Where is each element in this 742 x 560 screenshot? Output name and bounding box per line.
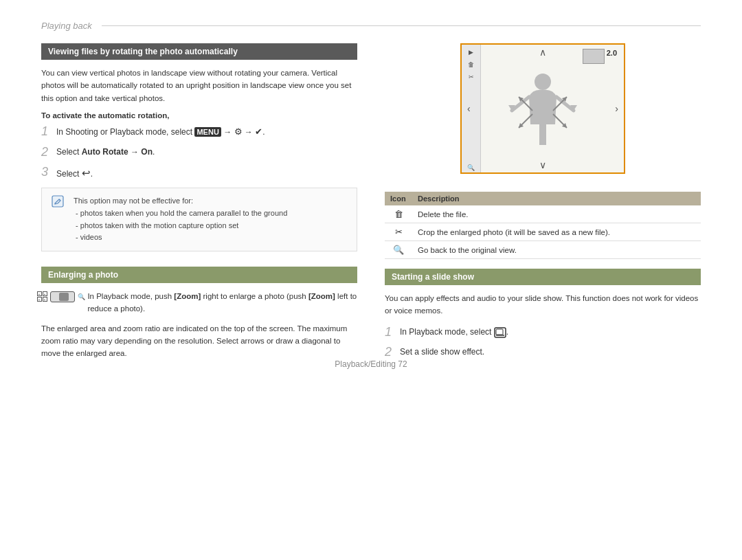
footer-text: Playback/Editing 72 [335, 359, 407, 369]
grid-icon-3: ▪ [37, 297, 42, 302]
slideshow-step-num-2: 2 [385, 344, 400, 360]
section-viewing-body: You can view vertical photos in landscap… [41, 67, 357, 104]
step-num-3: 3 [41, 164, 56, 180]
desc-crop: Crop the enlarged photo (it will be save… [412, 223, 701, 241]
cam-icon-trash: 🗑 [466, 60, 475, 69]
left-column: Viewing files by rotating the photo auto… [41, 43, 357, 368]
cam-thumbnail [583, 49, 605, 64]
enlarge-instruction-row: ▪ ▪ ▪ ▪ 🔍 In Playback mode [41, 290, 357, 315]
note-icon [52, 195, 67, 211]
right-column: ▶ 🗑 ✂ 🔍 ∧ ∨ ‹ › X 2.0 [385, 43, 701, 368]
person-silhouette-svg [508, 69, 577, 152]
cam-arrow-up: ∧ [539, 47, 546, 58]
slideshow-steps: 1 In Playback mode, select . 2 Set [385, 324, 701, 361]
section-enlarging-header: Enlarging a photo [41, 267, 357, 283]
section-enlarging: Enlarging a photo ▪ ▪ ▪ ▪ [41, 267, 357, 360]
activation-label: To activate the automatic rotation, [41, 111, 357, 120]
camera-diagram: ▶ 🗑 ✂ 🔍 ∧ ∨ ‹ › X 2.0 [460, 43, 625, 174]
page-header: Playing back [41, 21, 701, 31]
cam-arrow-down: ∨ [539, 159, 546, 170]
page-content: Playing back Viewing files by rotating t… [0, 0, 742, 381]
slideshow-header: Starting a slide show [385, 269, 701, 285]
cam-silhouette [508, 69, 577, 155]
step-1: 1 In Shooting or Playback mode, select M… [41, 124, 357, 139]
zoom-icons-row: ▪ ▪ ▪ ▪ 🔍 [37, 291, 85, 302]
slideshow-step-text-2: Set a slide show effect. [400, 344, 484, 358]
zoom-search-icon: 🔍 [78, 293, 85, 300]
desc-delete: Delete the file. [412, 205, 701, 223]
section-title: Playing back [41, 21, 92, 31]
svg-point-2 [535, 74, 551, 90]
main-content: Viewing files by rotating the photo auto… [41, 43, 701, 368]
step-2: 2 Select Auto Rotate → On. [41, 144, 357, 160]
slideshow-step-1: 1 In Playback mode, select . [385, 324, 701, 340]
check-icon: ✔ [255, 126, 262, 137]
step-num-2: 2 [41, 144, 56, 160]
cam-icon-search: 🔍 [466, 163, 476, 172]
icon-trash: 🗑 [385, 205, 412, 223]
camera-diagram-wrapper: ▶ 🗑 ✂ 🔍 ∧ ∨ ‹ › X 2.0 [385, 43, 701, 182]
step-3: 3 Select ↩. [41, 164, 357, 181]
cam-icon-play: ▶ [467, 47, 475, 57]
enlarge-body-text: The enlarged area and zoom ratio are ind… [41, 322, 357, 360]
enlarge-instruction-text: In Playback mode, push [Zoom] right to e… [87, 290, 357, 315]
cam-icon-crop: ✂ [467, 72, 475, 82]
slideshow-body: You can apply effects and audio to your … [385, 292, 701, 317]
steps-list: 1 In Shooting or Playback mode, select M… [41, 124, 357, 181]
icon-description-table: Icon Description 🗑 Delete the file. ✂ Cr… [385, 192, 701, 259]
cam-arrow-right: › [615, 103, 618, 114]
slideshow-step-text-1: In Playback mode, select . [400, 324, 508, 338]
playback-mode-icon [494, 327, 506, 338]
back-icon: ↩ [82, 167, 91, 179]
section-viewing-header: Viewing files by rotating the photo auto… [41, 43, 357, 60]
step-text-3: Select ↩. [56, 164, 93, 181]
svg-rect-16 [496, 329, 503, 335]
section-slideshow: Starting a slide show You can apply effe… [385, 269, 701, 361]
col-desc-header: Description [412, 192, 701, 205]
svg-rect-0 [52, 196, 63, 207]
icon-zoom: 🔍 [385, 241, 412, 259]
menu-icon: MENU [194, 127, 221, 137]
note-text: This option may not be effective for: - … [74, 195, 287, 243]
zoom-slider-thumb [59, 293, 69, 301]
grid-icon-1: ▪ [37, 291, 42, 296]
note-box: This option may not be effective for: - … [41, 188, 357, 251]
grid-icon-2: ▪ [43, 291, 47, 296]
step-text-2: Select Auto Rotate → On. [56, 144, 155, 158]
header-divider [102, 25, 701, 26]
table-row: 🔍 Go back to the original view. [385, 241, 701, 259]
slideshow-step-2: 2 Set a slide show effect. [385, 344, 701, 360]
section-viewing-files: Viewing files by rotating the photo auto… [41, 43, 357, 251]
slideshow-step-num-1: 1 [385, 324, 400, 340]
icon-crop: ✂ [385, 223, 412, 241]
cam-icon-panel: ▶ 🗑 ✂ 🔍 [462, 45, 481, 172]
step-num-1: 1 [41, 124, 56, 139]
gear-icon: ⚙ [234, 126, 243, 137]
cam-arrow-left: ‹ [467, 103, 471, 114]
grid-icon-4: ▪ [43, 297, 47, 302]
step-text-1: In Shooting or Playback mode, select MEN… [56, 124, 265, 139]
desc-zoom: Go back to the original view. [412, 241, 701, 259]
zoom-icon-grid: ▪ ▪ ▪ ▪ [37, 291, 47, 302]
col-icon-header: Icon [385, 192, 412, 205]
table-header-row: Icon Description [385, 192, 701, 205]
edit-icon-svg [52, 195, 64, 208]
zoom-widget: ▪ ▪ ▪ ▪ 🔍 [41, 291, 80, 302]
zoom-slider [50, 291, 75, 302]
table-row: ✂ Crop the enlarged photo (it will be sa… [385, 223, 701, 241]
page-footer: Playback/Editing 72 [0, 359, 742, 369]
table-row: 🗑 Delete the file. [385, 205, 701, 223]
